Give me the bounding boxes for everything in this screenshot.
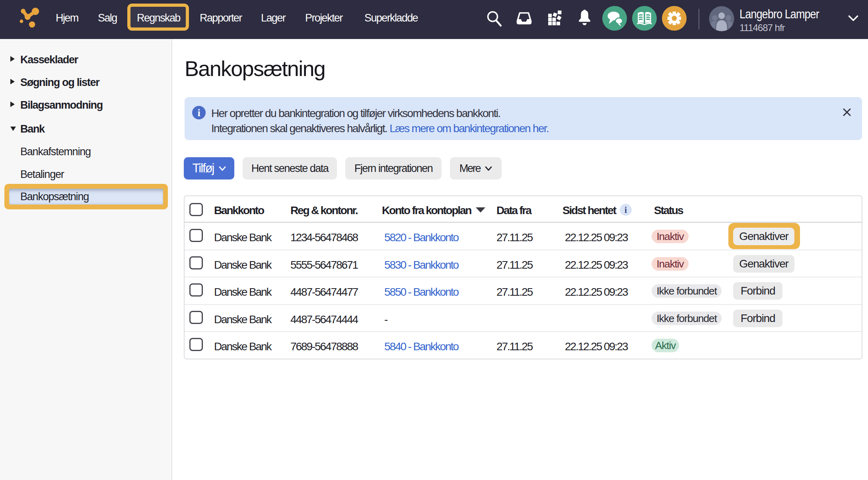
svg-text:i: i <box>625 205 627 215</box>
svg-text:i: i <box>197 107 200 119</box>
